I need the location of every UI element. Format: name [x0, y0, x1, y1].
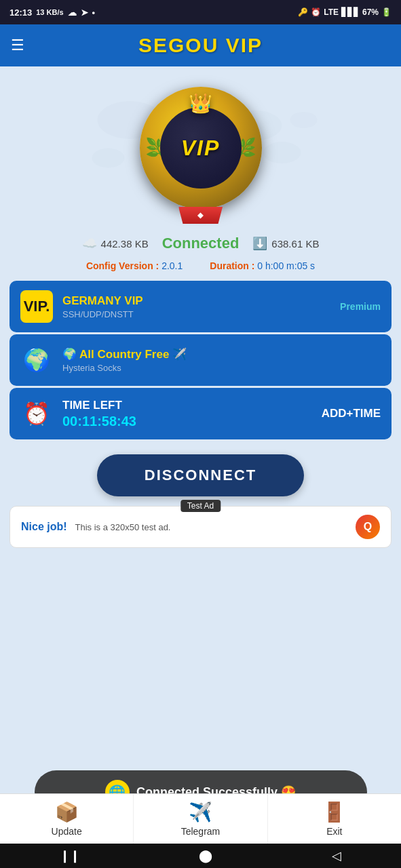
info-row: Config Version : 2.0.1 Duration : 0 h:00…: [0, 258, 401, 281]
svg-point-4: [263, 142, 301, 163]
update-icon: 📦: [55, 801, 79, 823]
config-card-0[interactable]: VIP. GERMANY VIP SSH/UDP/DNSTT Premium: [9, 281, 392, 332]
badge-outer: 🌿 🌿 👑 VIP: [140, 87, 262, 209]
cloud-icon: ☁: [68, 7, 77, 18]
ad-description: This is a 320x50 test ad.: [75, 522, 347, 532]
system-nav: ❙❙ ⬤ ◁: [0, 844, 401, 868]
time-info: TIME LEFT 00:11:58:43: [62, 399, 312, 429]
connected-status: Connected: [162, 235, 240, 252]
download-stat: ⬇️ 638.61 KB: [252, 236, 319, 251]
home-button[interactable]: ⬤: [199, 848, 212, 863]
vip-badge: 🌿 🌿 👑 VIP ◆: [133, 80, 269, 216]
config-info-1: 🌍 All Country Free ✈️ Hysteria Socks: [62, 347, 381, 373]
battery: 67%: [362, 7, 379, 17]
svg-point-8: [290, 112, 318, 128]
header: ☰ SEGOU VIP: [0, 24, 401, 66]
ribbon-container: ◆: [178, 207, 223, 224]
download-icon: ⬇️: [252, 236, 267, 251]
vip-label: VIP.: [24, 298, 50, 315]
add-time-button[interactable]: ADD+TIME: [322, 407, 381, 420]
telegram-icon: ✈️: [189, 801, 212, 823]
alarm-icon: ⏰: [311, 7, 321, 17]
badge-inner: 👑 VIP: [160, 107, 242, 189]
duration-label: Duration :: [210, 260, 254, 271]
recent-apps-button[interactable]: ❙❙: [60, 848, 80, 863]
exit-icon: 🚪: [322, 801, 346, 823]
status-right: 🔑 ⏰ LTE ▋▋▋ 67% 🔋: [298, 7, 392, 17]
config-icon-1: 🌍: [20, 344, 53, 376]
stats-row: ☁️ 442.38 KB Connected ⬇️ 638.61 KB: [0, 222, 401, 258]
config-version-label: Config Version :: [86, 260, 159, 271]
disconnect-button[interactable]: DISCONNECT: [97, 454, 304, 496]
duration-item: Duration : 0 h:00 m:05 s: [210, 260, 315, 271]
config-name-1: 🌍 All Country Free ✈️: [62, 347, 381, 361]
config-icon-0: VIP.: [20, 290, 53, 323]
config-cards: VIP. GERMANY VIP SSH/UDP/DNSTT Premium 🌍…: [0, 281, 401, 386]
status-bar: 12:13 13 KB/s ☁ ➤ • 🔑 ⏰ LTE ▋▋▋ 67% 🔋: [0, 0, 401, 24]
nav-telegram[interactable]: ✈️ Telegram: [134, 794, 267, 844]
exit-label: Exit: [326, 826, 342, 837]
nav-exit[interactable]: 🚪 Exit: [268, 794, 401, 844]
dot-icon: •: [92, 7, 96, 18]
ad-logo: Q: [356, 515, 380, 539]
key-icon: 🔑: [298, 7, 308, 17]
duration-value: 0 h:00 m:05 s: [257, 260, 315, 271]
config-protocol-0: SSH/UDP/DNSTT: [62, 309, 330, 319]
config-info-0: GERMANY VIP SSH/UDP/DNSTT: [62, 294, 330, 319]
config-protocol-1: Hysteria Socks: [62, 363, 381, 373]
ad-banner: Test Ad Nice job! This is a 320x50 test …: [9, 506, 392, 548]
config-version-value: 2.0.1: [161, 260, 183, 271]
upload-icon: ☁️: [82, 236, 97, 251]
status-time: 12:13: [9, 7, 32, 18]
time-label: TIME LEFT: [62, 399, 312, 412]
time-icon: ⏰: [20, 397, 53, 430]
update-label: Update: [52, 826, 82, 837]
upload-value: 442.38 KB: [101, 238, 149, 250]
nav-update[interactable]: 📦 Update: [0, 794, 134, 844]
bottom-nav: 📦 Update ✈️ Telegram 🚪 Exit: [0, 793, 401, 844]
time-value: 00:11:58:43: [62, 414, 312, 429]
main-content: 🌿 🌿 👑 VIP ◆ ☁️ 442.38 KB Connected ⬇️ 63…: [0, 66, 401, 670]
download-value: 638.61 KB: [271, 238, 319, 250]
crown-icon: 👑: [189, 92, 212, 115]
ad-label: Test Ad: [180, 500, 221, 512]
menu-icon[interactable]: ☰: [11, 37, 24, 54]
ad-nice-job: Nice job!: [21, 521, 67, 533]
svg-point-5: [92, 149, 125, 168]
config-name-0: GERMANY VIP: [62, 294, 330, 308]
back-button[interactable]: ◁: [332, 848, 341, 863]
battery-icon: 🔋: [381, 7, 392, 17]
app-title: SEGOU VIP: [138, 34, 263, 57]
ribbon: ◆: [178, 207, 223, 224]
ad-logo-text: Q: [364, 521, 372, 533]
network-speed: 13 KB/s: [36, 8, 63, 16]
status-left: 12:13 13 KB/s ☁ ➤ •: [9, 7, 95, 18]
config-card-1[interactable]: 🌍 🌍 All Country Free ✈️ Hysteria Socks: [9, 334, 392, 386]
config-badge-0: Premium: [340, 301, 381, 312]
config-version-item: Config Version : 2.0.1: [86, 260, 183, 271]
badge-area: 🌿 🌿 👑 VIP ◆: [0, 66, 401, 222]
send-icon: ➤: [81, 7, 88, 18]
time-card: ⏰ TIME LEFT 00:11:58:43 ADD+TIME: [9, 388, 392, 439]
vip-text: VIP: [181, 136, 221, 161]
globe-emoji: 🌍: [23, 347, 50, 373]
signal-bars: ▋▋▋: [341, 7, 360, 17]
telegram-label: Telegram: [181, 826, 221, 837]
upload-stat: ☁️ 442.38 KB: [82, 236, 149, 251]
lte-icon: LTE: [324, 7, 339, 17]
